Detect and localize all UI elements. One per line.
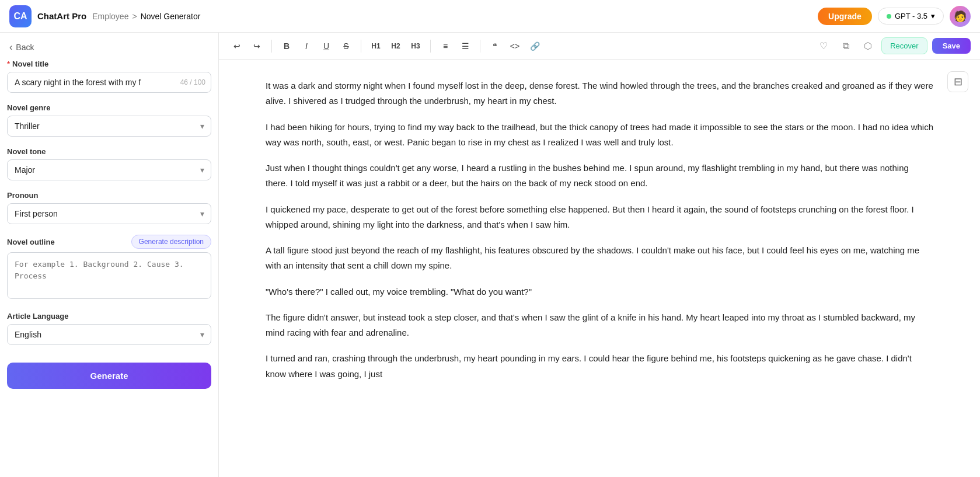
novel-genre-label: Novel genre [7,103,211,112]
pronoun-label: Pronoun [7,191,211,200]
novel-tone-section: Novel tone Major Minor Dark Light Seriou… [7,147,211,180]
top-nav: CA ChatArt Pro Employee > Novel Generato… [0,0,980,33]
nav-left: CA ChatArt Pro Employee > Novel Generato… [9,5,200,27]
app-logo: CA [9,5,32,27]
language-select[interactable]: English Spanish French German Chinese Ja… [7,324,211,345]
app-brand: ChatArt Pro [37,11,86,21]
heart-button[interactable]: ♡ [815,38,832,54]
upgrade-button[interactable]: Upgrade [818,8,872,25]
pronoun-section: Pronoun First person Second person Third… [7,191,211,224]
breadcrumb-separator: > [132,12,137,21]
char-count: 46 / 100 [180,78,205,86]
novel-title-label: * Novel title [7,60,211,68]
list-button[interactable]: ☰ [456,38,474,54]
content-paragraph: A tall figure stood just beyond the reac… [266,243,933,274]
generate-button[interactable]: Generate [7,363,211,389]
sidebar-body: * Novel title 46 / 100 Novel genre Thril… [0,60,218,389]
novel-genre-section: Novel genre Thriller Horror Mystery Roma… [7,103,211,137]
novel-title-section: * Novel title 46 / 100 [7,60,211,93]
copy-button[interactable]: ⧉ [837,38,855,54]
export-button[interactable]: ⬡ [859,38,877,54]
sidebar: ‹ Back * Novel title 46 / 100 Novel genr… [0,33,219,477]
underline-button[interactable]: U [318,38,335,54]
h3-button[interactable]: H3 [407,38,424,54]
gpt-status-dot [887,14,891,19]
editor-panel: ↩ ↪ B I U S H1 H2 H3 ≡ ☰ ❝ <> 🔗 ♡ ⧉ ⬡ Re… [219,33,980,477]
novel-outline-section: Novel outline Generate description [7,235,211,301]
toolbar-right: ♡ ⧉ ⬡ Recover Save [815,37,971,54]
code-button[interactable]: <> [506,38,524,54]
main-layout: ‹ Back * Novel title 46 / 100 Novel genr… [0,33,980,477]
content-paragraph: "Who's there?" I called out, my voice tr… [266,284,933,300]
content-paragraph: Just when I thought things couldn't get … [266,161,933,192]
content-paragraph: I turned and ran, crashing through the u… [266,351,933,382]
language-section: Article Language English Spanish French … [7,312,211,345]
content-paragraph: It was a dark and stormy night when I fo… [266,78,933,109]
generate-description-button[interactable]: Generate description [131,235,211,249]
toolbar-divider-1 [271,40,272,53]
pronoun-select-wrapper: First person Second person Third person … [7,203,211,224]
content-area: ⊟ It was a dark and stormy night when I … [219,60,980,477]
content-paragraph: The figure didn't answer, but instead to… [266,310,933,341]
content-paragraphs: It was a dark and stormy night when I fo… [266,78,933,382]
breadcrumb-parent: Employee [92,12,128,21]
avatar[interactable]: 🧑 [950,6,971,27]
required-marker: * [7,60,10,68]
recover-button[interactable]: Recover [881,37,927,54]
redo-button[interactable]: ↪ [248,38,266,54]
pronoun-select[interactable]: First person Second person Third person [7,203,211,224]
novel-tone-select[interactable]: Major Minor Dark Light Serious Humorous [7,159,211,180]
language-select-wrapper: English Spanish French German Chinese Ja… [7,324,211,345]
back-arrow-icon: ‹ [9,42,12,53]
novel-genre-select-wrapper: Thriller Horror Mystery Romance Fantasy … [7,116,211,137]
back-button[interactable]: ‹ Back [0,33,218,60]
gpt-chevron-icon: ▾ [931,12,935,20]
gpt-selector-button[interactable]: GPT - 3.5 ▾ [878,8,944,25]
breadcrumb: Employee > Novel Generator [92,12,200,21]
novel-tone-select-wrapper: Major Minor Dark Light Serious Humorous … [7,159,211,180]
novel-genre-select[interactable]: Thriller Horror Mystery Romance Fantasy … [7,116,211,137]
strikethrough-button[interactable]: S [337,38,355,54]
toolbar-divider-4 [480,40,480,53]
h1-button[interactable]: H1 [367,38,385,54]
undo-button[interactable]: ↩ [228,38,246,54]
toolbar-divider-2 [361,40,361,53]
outline-header: Novel outline Generate description [7,235,211,249]
novel-title-input-wrapper: 46 / 100 [7,72,211,93]
novel-tone-label: Novel tone [7,147,211,156]
content-paragraph: I had been hiking for hours, trying to f… [266,120,933,151]
content-paragraph: I quickened my pace, desperate to get ou… [266,202,933,233]
h2-button[interactable]: H2 [387,38,404,54]
language-label: Article Language [7,312,211,321]
toolbar-divider-3 [430,40,431,53]
editor-toolbar: ↩ ↪ B I U S H1 H2 H3 ≡ ☰ ❝ <> 🔗 ♡ ⧉ ⬡ Re… [219,33,980,60]
back-label: Back [16,43,34,52]
link-button[interactable]: 🔗 [526,38,543,54]
nav-right: Upgrade GPT - 3.5 ▾ 🧑 [818,6,971,27]
content-aside: ⊟ [947,71,968,92]
aside-save-icon[interactable]: ⊟ [947,71,968,92]
quote-button[interactable]: ❝ [486,38,504,54]
save-button[interactable]: Save [932,38,971,54]
gpt-label: GPT - 3.5 [895,12,927,20]
outline-label: Novel outline [7,238,55,246]
italic-button[interactable]: I [298,38,315,54]
breadcrumb-current: Novel Generator [141,12,201,21]
align-button[interactable]: ≡ [437,38,454,54]
bold-button[interactable]: B [278,38,295,54]
outline-textarea[interactable] [7,252,211,299]
